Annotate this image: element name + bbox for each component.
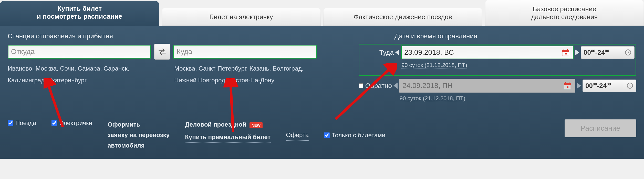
dates-column: Дата и время отправления Туда 23.09.2018… xyxy=(359,32,636,107)
svg-rect-9 xyxy=(564,83,571,85)
auto-request-link[interactable]: Оформить заявку на перевозку автомобиля xyxy=(108,119,170,151)
city-suggestion[interactable]: Калининград xyxy=(8,77,45,84)
from-suggestions: Иваново, Москва, Сочи, Самара, Саранск, … xyxy=(8,63,151,86)
city-suggestion[interactable]: Москва xyxy=(36,65,57,72)
swap-button[interactable] xyxy=(154,44,170,60)
city-suggestion[interactable]: Москва xyxy=(174,65,195,72)
tabs-bar: Купить билет и посмотреть расписание Бил… xyxy=(0,0,644,26)
tickets-only-wrap[interactable]: Только с билетами xyxy=(324,132,385,139)
prev-day-to[interactable] xyxy=(395,49,399,55)
prev-day-back[interactable] xyxy=(393,83,398,89)
city-suggestion[interactable]: Казань xyxy=(250,65,269,72)
from-station-box[interactable] xyxy=(8,45,151,59)
elektr-checkbox[interactable] xyxy=(51,120,57,126)
back-date-text: 24.09.2018, ПН xyxy=(402,82,453,90)
city-suggestion[interactable]: Волгоград xyxy=(273,65,302,72)
tab-base-schedule[interactable]: Базовое расписание дальнего следования xyxy=(485,0,644,26)
back-date-hint[interactable]: 90 суток (21.12.2018, ПТ) xyxy=(400,95,465,102)
back-checkbox[interactable] xyxy=(359,83,363,88)
svg-rect-4 xyxy=(564,49,564,51)
back-date-box[interactable]: 24.09.2018, ПН xyxy=(399,79,575,93)
tab-actual-movement[interactable]: Фактическое движение поездов xyxy=(323,8,482,26)
tab-buy-ticket[interactable]: Купить билет и посмотреть расписание xyxy=(0,1,159,26)
to-label: Туда xyxy=(360,49,394,57)
city-suggestion[interactable]: Саранск xyxy=(103,65,127,72)
dates-title: Дата и время отправления xyxy=(394,32,636,40)
search-panel: Станции отправления и прибытия xyxy=(0,26,644,159)
bottom-row: Поезда Электрички Оформить заявку на пер… xyxy=(8,119,636,151)
to-date-box[interactable]: 23.09.2018, ВС xyxy=(401,46,574,59)
svg-rect-6 xyxy=(565,53,567,54)
premium-ticket-link[interactable]: Купить премиальный билет xyxy=(185,132,271,143)
back-label: Обратно xyxy=(365,82,392,90)
next-day-back[interactable] xyxy=(577,83,581,89)
clock-icon xyxy=(626,82,633,89)
svg-rect-11 xyxy=(569,82,569,84)
svg-rect-10 xyxy=(565,82,566,84)
business-pass-link[interactable]: Деловой проездной xyxy=(185,121,246,128)
svg-rect-3 xyxy=(562,50,569,52)
city-suggestion[interactable]: Екатеринбург xyxy=(48,77,87,84)
to-input[interactable] xyxy=(176,48,313,56)
to-date-text: 23.09.2018, ВС xyxy=(404,48,454,57)
schedule-button[interactable]: Расписание xyxy=(565,119,636,137)
next-day-to[interactable] xyxy=(575,49,579,55)
new-badge: NEW xyxy=(250,122,263,128)
to-station-box[interactable] xyxy=(173,45,317,59)
stations-column: Станции отправления и прибытия xyxy=(8,32,359,107)
calendar-icon xyxy=(563,82,572,90)
svg-rect-5 xyxy=(567,49,568,51)
trains-checkbox-wrap[interactable]: Поезда xyxy=(8,119,36,127)
city-suggestion[interactable]: Самара xyxy=(78,65,100,72)
back-time-box[interactable]: 0000-2400 xyxy=(583,80,636,92)
city-suggestion[interactable]: Санкт-Петербург xyxy=(199,65,246,72)
to-date-hint[interactable]: 90 суток (21.12.2018, ПТ) xyxy=(401,62,467,69)
to-time-box[interactable]: 0000-2400 xyxy=(581,46,635,59)
stations-title: Станции отправления и прибытия xyxy=(8,32,359,40)
calendar-icon xyxy=(561,48,570,57)
city-suggestion[interactable]: Иваново xyxy=(8,65,32,72)
back-label-wrap: Обратно xyxy=(359,82,392,90)
oferta-link[interactable]: Оферта xyxy=(286,130,309,141)
clock-icon xyxy=(625,49,632,56)
city-suggestion[interactable]: Сочи xyxy=(60,65,74,72)
city-suggestion[interactable]: Нижний Новгород xyxy=(174,77,225,84)
trains-label: Поезда xyxy=(15,119,36,127)
swap-icon xyxy=(158,47,167,56)
elektr-checkbox-wrap[interactable]: Электрички xyxy=(51,119,92,127)
trains-checkbox[interactable] xyxy=(8,120,13,126)
from-input[interactable] xyxy=(11,48,148,56)
city-suggestion[interactable]: Ростов-На-Дону xyxy=(228,77,274,84)
tickets-only-label: Только с билетами xyxy=(332,132,385,139)
tickets-only-checkbox[interactable] xyxy=(324,132,330,138)
to-suggestions: Москва, Санкт-Петербург, Казань, Волгогр… xyxy=(174,63,318,86)
elektr-label: Электрички xyxy=(59,119,92,127)
tab-commuter[interactable]: Билет на электричку xyxy=(162,8,321,26)
svg-rect-12 xyxy=(567,86,568,88)
